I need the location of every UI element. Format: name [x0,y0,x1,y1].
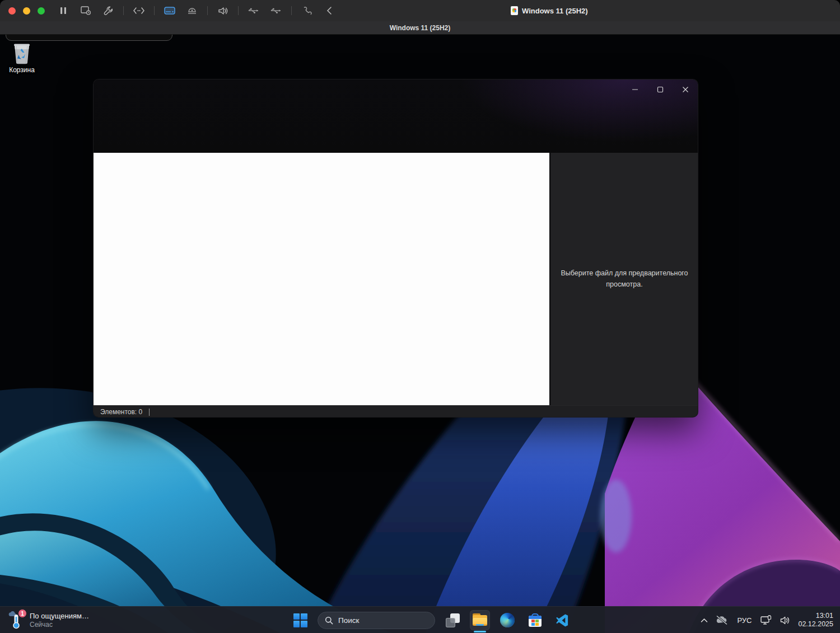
handset-icon[interactable] [300,4,314,17]
settings-wrench-icon[interactable] [101,4,115,17]
zoom-window-button[interactable] [38,7,45,15]
file-list-area[interactable] [94,153,549,405]
pause-vm-icon[interactable] [56,4,71,17]
usb-device-icon[interactable] [246,4,261,17]
show-hidden-icons-button[interactable] [701,618,708,623]
hard-disk-icon[interactable] [162,4,177,17]
notification-badge: 1 [18,609,27,618]
tray-time: 13:01 [816,612,833,620]
search-input[interactable]: Поиск [318,612,435,629]
maximize-button[interactable] [647,81,673,99]
vm-toolbar: Windows 11 (25H2) [0,0,840,21]
start-button[interactable] [290,610,310,630]
task-view-button[interactable] [442,610,463,630]
vm-file-icon [511,6,518,15]
vm-tab-label: Windows 11 (25H2) [390,24,451,32]
vscode-taskbar-button[interactable] [552,610,572,630]
chevron-left-icon[interactable] [322,4,337,17]
overlay-panel-fragment [6,35,172,41]
file-explorer-icon [472,613,488,627]
toolbar-separator [291,6,292,15]
search-icon [325,616,333,625]
language-indicator[interactable]: РУС [736,614,753,627]
vm-app-window: Windows 11 (25H2) Windows 11 (25H2) [0,0,840,633]
vscode-icon [556,613,570,627]
status-divider [149,409,150,416]
windows-desktop: Корзина Выберите файл для предварительно… [0,35,840,633]
taskbar: 1 По ощущениям… Сейчас Поиск [0,606,840,633]
windows-logo-icon [293,613,307,627]
code-icon[interactable] [132,4,146,17]
snapshots-icon[interactable] [78,4,93,17]
recycle-bin-desktop-icon[interactable]: Корзина [4,41,39,74]
explorer-titlebar-area[interactable] [94,79,698,153]
recycle-bin-label: Корзина [4,66,39,74]
weather-headline: По ощущениям… [30,612,89,620]
microsoft-store-icon [528,613,542,627]
onedrive-tray-button[interactable] [715,615,729,625]
tray-date: 02.12.2025 [798,620,833,629]
minimize-window-button[interactable] [23,7,30,15]
close-window-button[interactable] [8,7,16,15]
items-count-label: Элементов: 0 [100,408,142,416]
file-explorer-window: Выберите файл для предварительного просм… [93,79,698,418]
toolbar-separator [123,6,124,15]
recycle-bin-icon [11,41,33,65]
camera-icon[interactable] [185,4,199,17]
volume-tray-button[interactable] [780,616,791,625]
speaker-icon [780,616,791,625]
close-button[interactable] [673,81,698,99]
macos-traffic-lights [8,7,45,15]
sound-icon[interactable] [216,4,230,17]
microsoft-store-taskbar-button[interactable] [525,610,545,630]
clock-tray-button[interactable]: 13:01 02.12.2025 [798,612,833,629]
toolbar-separator [207,6,208,15]
network-icon [760,615,772,625]
file-explorer-taskbar-button[interactable] [470,610,490,630]
search-placeholder: Поиск [338,616,359,625]
vm-tab-strip[interactable]: Windows 11 (25H2) [0,21,840,35]
chevron-up-icon [701,618,708,623]
toolbar-separator [238,6,239,15]
widgets-weather-button[interactable]: 1 По ощущениям… Сейчас [0,607,97,633]
onedrive-offline-icon [715,615,729,625]
preview-placeholder-text: Выберите файл для предварительного просм… [559,268,689,290]
vm-window-title: Windows 11 (25H2) [511,0,588,21]
minimize-button[interactable] [622,81,647,99]
toolbar-separator [154,6,155,15]
explorer-status-bar: Элементов: 0 [94,405,698,418]
active-app-indicator [474,631,486,632]
preview-pane: Выберите файл для предварительного просм… [550,153,698,405]
task-view-icon [446,613,460,627]
edge-taskbar-button[interactable] [497,610,517,630]
edge-icon [500,613,515,627]
usb-device-2-icon[interactable] [269,4,283,17]
network-tray-button[interactable] [760,615,772,625]
weather-subtext: Сейчас [30,621,89,629]
